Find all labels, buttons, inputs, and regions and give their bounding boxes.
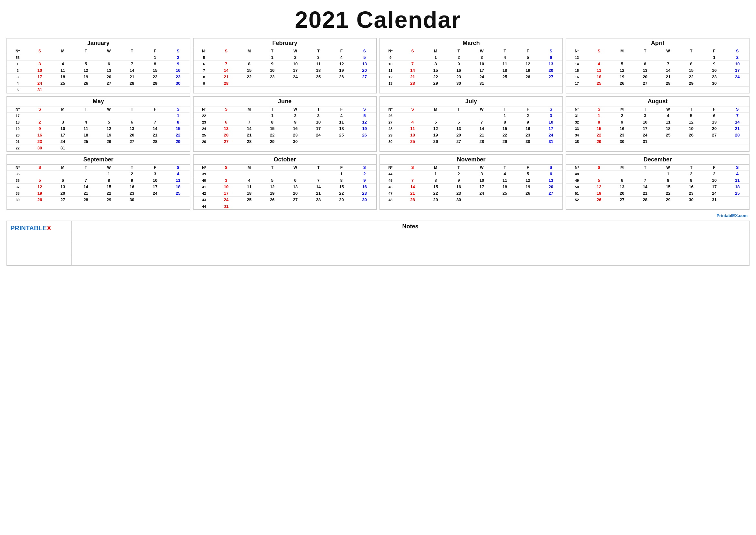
day-cell (726, 87, 749, 88)
month-table-october: NºSMTWTFS3912403456789411011121314151642… (194, 164, 376, 209)
day-cell (447, 113, 470, 119)
day-cell: 21 (401, 190, 424, 197)
day-cell: 20 (284, 190, 307, 197)
week-num-cell: 18 (7, 119, 28, 126)
day-cell: 27 (353, 74, 376, 80)
day-cell: 7 (401, 61, 424, 67)
day-cell: 28 (74, 197, 97, 203)
table-row: 1618192021222324 (566, 74, 749, 80)
day-cell: 2 (447, 171, 470, 177)
day-cell: 16 (121, 184, 144, 190)
day-cell: 6 (634, 61, 657, 67)
table-row: 1312 (566, 54, 749, 61)
week-num-cell: 25 (194, 132, 215, 138)
week-num-cell: 8 (194, 74, 215, 80)
day-cell: 22 (330, 190, 353, 197)
table-row: 13456789 (7, 61, 190, 67)
day-cell: 9 (261, 61, 284, 67)
day-cell: 9 (447, 61, 470, 67)
day-cell: 10 (51, 126, 74, 132)
site-label: PrintablEX.com (716, 213, 747, 218)
day-cell (261, 80, 284, 87)
day-cell: 30 (610, 138, 634, 145)
day-cell (237, 54, 260, 61)
day-cell: 3 (470, 171, 493, 177)
day-cell: 26 (516, 74, 539, 80)
day-cell: 3 (703, 171, 726, 177)
table-row: 4721222324252627 (380, 190, 563, 197)
day-cell: 13 (353, 61, 376, 67)
day-cell: 2 (28, 119, 51, 126)
day-cell: 7 (657, 61, 680, 67)
col-header-7: S (353, 106, 376, 113)
day-cell: 24 (215, 197, 237, 203)
day-cell: 3 (470, 54, 493, 61)
day-cell: 26 (588, 197, 610, 203)
day-cell (121, 87, 144, 93)
day-cell (634, 171, 657, 177)
month-table-june: NºSMTWTFS2212345236789101112241314151617… (194, 106, 376, 146)
day-cell: 16 (703, 67, 726, 74)
day-cell (144, 203, 167, 205)
col-header-2: M (51, 106, 74, 113)
day-cell: 20 (703, 126, 726, 132)
day-cell (401, 145, 424, 147)
day-cell (447, 145, 470, 147)
day-cell: 4 (167, 171, 189, 177)
col-header-3: T (634, 48, 657, 54)
table-row (194, 145, 376, 147)
col-header-7: S (726, 165, 749, 171)
day-cell: 14 (237, 126, 260, 132)
day-cell (539, 87, 562, 88)
day-cell: 5 (516, 54, 539, 61)
day-cell: 8 (588, 119, 610, 126)
day-cell: 14 (401, 67, 424, 74)
month-block-august: AugustNºSMTWTFS3112345673289101112131433… (566, 96, 749, 152)
day-cell: 12 (516, 177, 539, 184)
day-cell: 19 (424, 132, 447, 138)
day-cell: 26 (28, 197, 51, 203)
day-cell: 29 (588, 138, 610, 145)
col-header-5: T (493, 48, 516, 54)
day-cell: 4 (401, 119, 424, 126)
col-header-5: T (493, 165, 516, 171)
day-cell: 28 (307, 197, 330, 203)
day-cell: 25 (237, 197, 260, 203)
day-cell (610, 203, 634, 205)
notes-line-1[interactable] (72, 232, 749, 243)
col-header-1: S (588, 165, 610, 171)
day-cell: 23 (28, 138, 51, 145)
day-cell: 26 (516, 190, 539, 197)
day-cell: 6 (51, 177, 74, 184)
week-num-cell (380, 145, 401, 147)
day-cell: 10 (144, 177, 167, 184)
week-num-cell: 35 (566, 138, 587, 145)
day-cell: 31 (539, 138, 562, 145)
day-cell (330, 145, 353, 147)
day-cell: 14 (401, 184, 424, 190)
month-title-november: November (380, 155, 563, 164)
notes-line-2[interactable] (72, 243, 749, 254)
week-num-cell: 22 (7, 145, 28, 152)
day-cell: 5 (74, 61, 97, 67)
day-cell: 1 (167, 113, 189, 119)
day-cell (703, 203, 726, 205)
day-cell: 13 (215, 126, 237, 132)
day-cell (726, 80, 749, 87)
day-cell: 23 (447, 74, 470, 80)
col-header-5: T (121, 165, 144, 171)
week-num-cell: 32 (566, 119, 587, 126)
day-cell: 20 (51, 190, 74, 197)
day-cell: 16 (516, 126, 539, 132)
day-cell (726, 197, 749, 203)
day-cell: 29 (261, 138, 284, 145)
week-num-cell: 1 (7, 61, 28, 67)
day-cell: 27 (97, 80, 120, 87)
col-header-1: S (28, 165, 51, 171)
month-title-october: October (194, 155, 376, 164)
day-cell: 17 (307, 126, 330, 132)
day-cell (74, 54, 97, 61)
col-header-6: F (330, 165, 353, 171)
day-cell (284, 87, 307, 88)
notes-line-3[interactable] (72, 254, 749, 265)
